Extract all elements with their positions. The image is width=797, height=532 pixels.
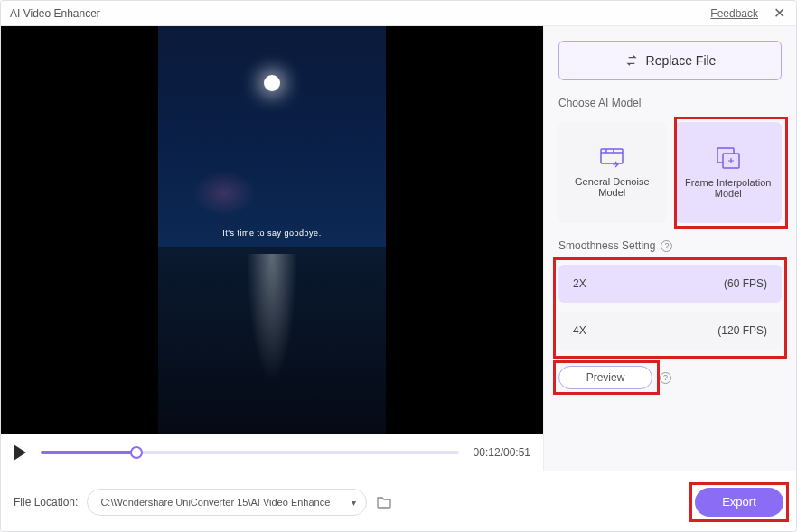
preview-button[interactable]: Preview bbox=[558, 366, 652, 389]
progress-bar[interactable] bbox=[41, 451, 459, 454]
choose-model-label: Choose AI Model bbox=[558, 97, 782, 109]
help-icon[interactable]: ? bbox=[660, 372, 671, 384]
smooth-fps: (120 FPS) bbox=[717, 324, 767, 337]
model-cards: General Denoise Model Frame Interpolatio… bbox=[558, 122, 782, 223]
progress-thumb[interactable] bbox=[130, 446, 143, 459]
titlebar: AI Video Enhancer Feedback ✕ bbox=[1, 1, 796, 26]
replace-file-label: Replace File bbox=[646, 53, 717, 68]
denoise-icon bbox=[599, 147, 624, 169]
model-label: Frame Interpolation Model bbox=[680, 177, 777, 199]
file-location-select[interactable] bbox=[87, 489, 367, 516]
model-frame-interpolation[interactable]: Frame Interpolation Model bbox=[675, 122, 783, 223]
smooth-fps: (60 FPS) bbox=[724, 277, 767, 290]
svg-rect-0 bbox=[601, 149, 623, 163]
file-location-label: File Location: bbox=[14, 496, 78, 509]
video-caption: It's time to say goodbye. bbox=[158, 229, 386, 238]
smooth-mult: 2X bbox=[573, 277, 586, 290]
export-button[interactable]: Export bbox=[695, 488, 783, 517]
smoothness-options: 2X (60 FPS) 4X (120 FPS) bbox=[558, 265, 782, 350]
swap-icon bbox=[624, 53, 639, 68]
play-icon[interactable] bbox=[14, 444, 26, 461]
folder-icon[interactable] bbox=[376, 495, 392, 509]
smoothness-label: Smoothness Setting ? bbox=[558, 239, 782, 252]
close-icon[interactable]: ✕ bbox=[771, 5, 787, 22]
replace-file-button[interactable]: Replace File bbox=[558, 41, 782, 80]
video-preview: It's time to say goodbye. bbox=[1, 26, 543, 434]
smooth-mult: 4X bbox=[573, 324, 586, 337]
model-label: General Denoise Model bbox=[564, 176, 661, 198]
help-icon[interactable]: ? bbox=[661, 240, 672, 252]
interpolation-icon bbox=[716, 146, 741, 170]
footer: File Location: Export bbox=[1, 471, 796, 532]
model-general-denoise[interactable]: General Denoise Model bbox=[558, 122, 666, 223]
smoothness-2x[interactable]: 2X (60 FPS) bbox=[558, 265, 782, 303]
player-bar: 00:12/00:51 bbox=[1, 434, 543, 471]
feedback-link[interactable]: Feedback bbox=[710, 7, 758, 20]
smoothness-4x[interactable]: 4X (120 FPS) bbox=[558, 312, 782, 350]
time-display: 00:12/00:51 bbox=[474, 446, 530, 459]
window-title: AI Video Enhancer bbox=[10, 7, 100, 20]
